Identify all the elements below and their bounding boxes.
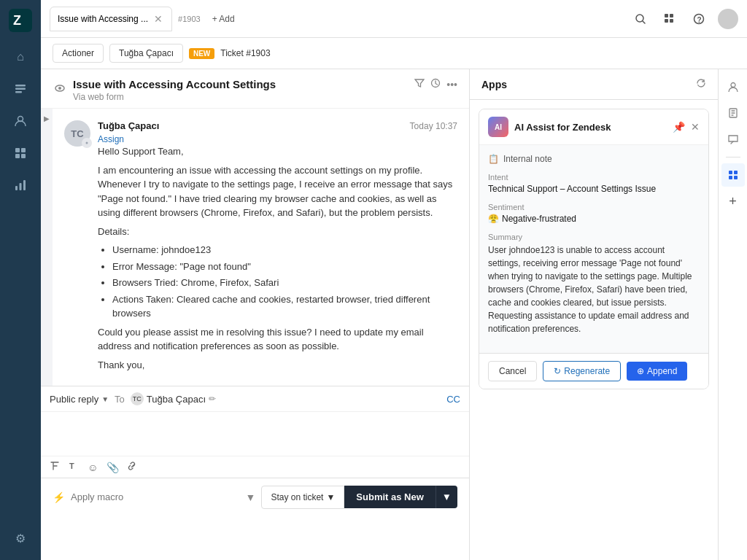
rail-apps-icon[interactable]	[721, 163, 745, 187]
sidebar-item-contacts[interactable]	[7, 108, 34, 134]
cancel-button[interactable]: Cancel	[488, 361, 537, 381]
actioner-button[interactable]: Actioner	[53, 44, 104, 63]
macro-input[interactable]	[71, 491, 240, 502]
svg-rect-4	[15, 91, 22, 93]
rail-add-icon[interactable]: +	[721, 190, 745, 213]
regenerate-label: Regenerate	[564, 366, 610, 376]
msg-line-2: I am encountering an issue with accessin…	[98, 163, 457, 220]
right-icon-rail: +	[718, 69, 747, 560]
ai-assist-title: AI Assist for Zendesk	[514, 122, 611, 133]
link-icon[interactable]	[128, 461, 138, 473]
summary-label: Summary	[488, 233, 700, 241]
regenerate-icon: ↻	[554, 366, 561, 376]
svg-point-24	[86, 142, 88, 144]
msg-line-5: Thank you,	[98, 358, 457, 373]
grid-icon[interactable]	[659, 9, 680, 29]
ai-footer: Cancel ↻ Regenerate ⊕ Append	[479, 353, 708, 389]
reply-header: Public reply ▼ To TC Tuğba Çapacı ✏ CC	[41, 386, 469, 412]
pin-icon[interactable]: 📌	[673, 121, 685, 133]
ai-close-icon[interactable]: ✕	[691, 121, 700, 133]
sidebar-item-home[interactable]: ⌂	[7, 44, 34, 70]
svg-rect-7	[21, 148, 26, 152]
regenerate-button[interactable]: ↻ Regenerate	[543, 361, 621, 381]
recipient-edit-icon[interactable]: ✏	[209, 394, 216, 404]
format-icon[interactable]	[50, 461, 60, 473]
text-format-icon[interactable]: T	[69, 461, 79, 473]
sidebar-item-tickets[interactable]	[7, 76, 34, 102]
sidebar-item-reports[interactable]	[7, 172, 34, 198]
submit-dropdown-button[interactable]: ▼	[436, 486, 457, 508]
sidebar: Z ⌂ ⚙	[0, 0, 41, 560]
append-button[interactable]: ⊕ Append	[627, 362, 687, 381]
svg-rect-12	[23, 180, 26, 190]
user-breadcrumb[interactable]: Tuğba Çapacı	[109, 44, 183, 63]
rail-user-icon[interactable]	[721, 75, 745, 98]
new-tab-button[interactable]: + Add	[206, 11, 241, 27]
message-thread: TC Tuğba Çapacı Today 10:37 Assign	[53, 109, 469, 386]
tab-close-icon[interactable]: ✕	[152, 12, 164, 26]
svg-text:?: ?	[697, 15, 702, 23]
ai-assist-header: AI AI Assist for Zendesk 📌 ✕	[479, 109, 708, 144]
reply-content-area[interactable]	[41, 412, 469, 456]
stay-chevron: ▼	[326, 492, 335, 502]
submit-button[interactable]: Submit as New	[344, 486, 435, 508]
ticket-actions: •••	[414, 78, 457, 90]
svg-point-21	[58, 87, 61, 90]
search-icon[interactable]	[630, 9, 651, 29]
ai-assist-card: AI AI Assist for Zendesk 📌 ✕ 📋 Internal …	[479, 109, 709, 389]
ticket-title-block: Issue with Accessing Account Settings Vi…	[73, 78, 409, 102]
user-avatar[interactable]	[718, 9, 738, 29]
svg-point-26	[731, 83, 735, 88]
ticket-tab[interactable]: Issue with Accessing ... ✕	[50, 7, 172, 31]
svg-rect-28	[729, 171, 732, 174]
main-area: Issue with Accessing ... ✕ #1903 + Add ?…	[41, 0, 747, 560]
apps-panel: Apps AI AI Assist for Zendesk 📌 ✕	[470, 69, 718, 560]
lightning-icon: ⚡	[53, 491, 65, 503]
more-icon[interactable]: •••	[446, 79, 457, 90]
reply-type-button[interactable]: Public reply ▼	[50, 394, 109, 405]
message-header: Tuğba Çapacı Today 10:37	[98, 120, 457, 131]
emoji-icon[interactable]: ☺	[88, 462, 98, 473]
filter-icon[interactable]	[414, 78, 425, 90]
message-author: Tuğba Çapacı	[98, 120, 159, 131]
topnav-right: ?	[630, 9, 738, 29]
ai-logo-icon: AI	[488, 117, 508, 137]
svg-rect-15	[670, 14, 673, 18]
reply-type-chevron: ▼	[101, 395, 109, 403]
assign-link[interactable]: Assign	[98, 134, 457, 144]
note-label: Internal note	[503, 154, 552, 164]
msg-details-list: Username: johndoe123 Error Message: "Pag…	[98, 243, 457, 321]
tab-title: Issue with Accessing ...	[58, 14, 148, 24]
ai-assist-title-group: AI AI Assist for Zendesk	[488, 117, 611, 137]
svg-rect-31	[734, 176, 738, 179]
stay-on-ticket-button[interactable]: Stay on ticket ▼	[261, 486, 344, 509]
intent-label: Intent	[488, 173, 700, 182]
author-avatar: TC	[64, 120, 90, 147]
apps-header: Apps	[470, 69, 718, 100]
history-icon[interactable]	[430, 78, 441, 90]
attachment-icon[interactable]: 📎	[107, 462, 119, 473]
rail-book-icon[interactable]	[721, 101, 745, 125]
append-icon: ⊕	[637, 366, 644, 376]
list-item: Actions Taken: Cleared cache and cookies…	[112, 292, 457, 321]
macro-chevron-icon[interactable]: ▼	[246, 491, 256, 503]
sidebar-item-settings[interactable]: ⚙	[7, 525, 34, 551]
ticket-number-label: Ticket #1903	[220, 48, 270, 58]
macro-area: ⚡ ▼	[53, 491, 255, 503]
rail-divider	[726, 157, 740, 158]
submit-group: Stay on ticket ▼ Submit as New ▼	[261, 486, 457, 509]
msg-line-3: Details:	[98, 225, 457, 239]
svg-rect-14	[665, 14, 668, 18]
help-icon[interactable]: ?	[689, 9, 709, 29]
recipient-avatar: TC	[131, 392, 144, 405]
sentiment-text: Negative-frustrated	[502, 214, 576, 224]
sidebar-item-appsgrid[interactable]	[7, 140, 34, 166]
eye-icon[interactable]	[53, 81, 67, 96]
summary-section: Summary User johndoe123 is unable to acc…	[488, 233, 700, 335]
cc-button[interactable]: CC	[446, 394, 460, 405]
rail-chat-icon[interactable]	[721, 128, 745, 151]
note-badge: 📋 Internal note	[488, 154, 700, 164]
apps-refresh-icon[interactable]	[696, 78, 706, 90]
append-label: Append	[647, 366, 677, 376]
collapse-thread-icon[interactable]: ▶	[41, 109, 53, 386]
